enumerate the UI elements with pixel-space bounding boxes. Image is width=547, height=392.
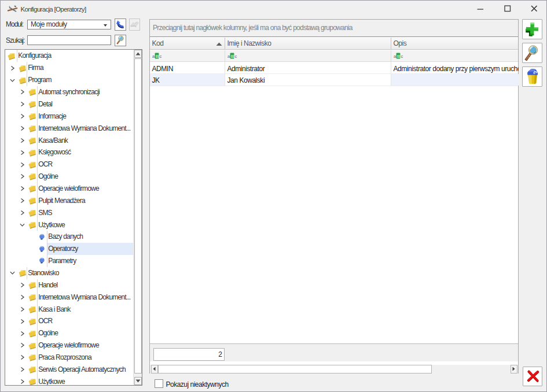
svg-text:B: B — [156, 54, 159, 59]
svg-text:a: a — [152, 54, 155, 59]
svg-text:c: c — [159, 54, 161, 59]
svg-text:c: c — [401, 54, 403, 59]
svg-text:B: B — [397, 54, 400, 59]
svg-text:a: a — [227, 54, 230, 59]
svg-text:a: a — [394, 54, 397, 59]
svg-text:B: B — [231, 54, 234, 59]
svg-text:c: c — [234, 54, 237, 59]
